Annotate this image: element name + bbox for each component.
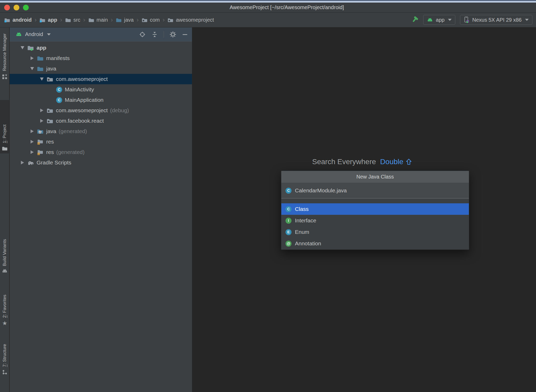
breadcrumb-item-android[interactable]: android [4, 17, 32, 23]
zoom-window-button[interactable] [23, 5, 29, 10]
tool-window-tab-build-variants[interactable]: Build Variants [0, 223, 9, 273]
close-window-button[interactable] [4, 5, 10, 10]
device-select[interactable]: Nexus 5X API 29 x86 [460, 15, 532, 25]
tool-window-tab-resource-manager[interactable]: Resource Manager [0, 33, 9, 95]
breadcrumb-separator: › [83, 17, 85, 23]
build-hammer-icon[interactable] [411, 16, 418, 24]
tree-item-label: MainApplication [65, 97, 103, 103]
tab-label: Resource Manager [2, 33, 7, 71]
chevron-collapsed-icon[interactable] [38, 118, 45, 124]
resource-manager-icon [2, 74, 8, 80]
tree-item-suffix: (debug) [110, 107, 129, 114]
hide-panel-icon[interactable] [182, 32, 188, 37]
star-icon: ★ [2, 320, 7, 326]
chevron-collapsed-icon[interactable] [29, 128, 36, 134]
breadcrumb-label: android [13, 17, 32, 23]
chevron-collapsed-icon[interactable] [29, 139, 36, 145]
folder-module-icon [4, 17, 10, 22]
class-icon: C [56, 97, 62, 103]
editor-area: Search Everywhere Double New Java Class … [192, 27, 536, 392]
breadcrumb-label: com [150, 17, 160, 23]
folder-package-icon [46, 108, 53, 113]
folder-package-icon [46, 118, 53, 124]
popup-file-name-row[interactable]: C CalendarModule.java [281, 183, 469, 199]
tree-item-gradle-scripts[interactable]: Gradle Scripts [10, 157, 192, 168]
run-configuration-label: app [436, 17, 445, 23]
folder-module-icon [39, 17, 45, 22]
run-configuration-select[interactable]: app [423, 15, 455, 25]
tree-item-manifests[interactable]: manifests [10, 53, 192, 63]
folder-package-icon [142, 17, 148, 22]
breadcrumb-separator: › [162, 17, 165, 23]
popup-item-interface[interactable]: IInterface [281, 215, 469, 226]
popup-kind-list: CClassIInterfaceEEnum@Annotation [281, 203, 469, 249]
tree-item-com-awesomeproject[interactable]: com.awesomeproject [10, 74, 192, 84]
breadcrumb-item-src[interactable]: src [65, 17, 80, 23]
tree-item-java-generated[interactable]: java(generated) [10, 126, 192, 136]
minimize-window-button[interactable] [14, 5, 19, 10]
chevron-collapsed-icon[interactable] [29, 149, 36, 155]
breadcrumb-separator: › [137, 17, 139, 23]
popup-file-name: CalendarModule.java [295, 187, 347, 194]
popup-item-label: Enum [295, 229, 309, 235]
class-icon: C [286, 206, 292, 212]
structure-icon [2, 370, 7, 375]
tool-window-tab-project[interactable]: 1: Project [0, 100, 9, 153]
popup-item-class[interactable]: CClass [281, 203, 469, 215]
tree-item-mainapplication[interactable]: CMainApplication [10, 95, 192, 105]
chevron-none [48, 97, 55, 103]
chevron-down-icon [448, 19, 452, 21]
tree-item-label: res [46, 139, 54, 145]
chevron-expanded-icon[interactable] [38, 76, 45, 82]
breadcrumb: android›app›src›main›java›com›awesomepro… [4, 13, 214, 27]
tree-item-label: com.awesomeproject [56, 107, 108, 114]
title-bar: AwesomeProject [~/src/AwesomeProject/and… [0, 3, 536, 13]
chevron-collapsed-icon[interactable] [38, 108, 45, 113]
breadcrumb-separator: › [111, 17, 113, 23]
tree-item-res-generated[interactable]: res(generated) [10, 147, 192, 157]
tree-item-com-awesomeproject-debug[interactable]: com.awesomeproject(debug) [10, 105, 192, 116]
breadcrumb-label: main [97, 17, 108, 23]
hint-shortcut: Double [380, 158, 412, 166]
breadcrumb-item-app[interactable]: app [39, 17, 57, 23]
tree-item-res[interactable]: res [10, 136, 192, 147]
chevron-none [48, 87, 55, 92]
tool-window-tab-structure[interactable]: 7: Structure [0, 333, 9, 375]
folder-res-icon [37, 149, 44, 155]
main-toolbar: android›app›src›main›java›com›awesomepro… [0, 13, 536, 27]
folder-package-icon [46, 76, 53, 82]
android-icon [15, 32, 22, 37]
breadcrumb-separator: › [34, 17, 37, 23]
tree-item-label: java [46, 66, 56, 72]
tree-item-com-facebook-react[interactable]: com.facebook.react [10, 116, 192, 126]
tree-item-label: res [46, 149, 54, 155]
search-everywhere-hint: Search Everywhere Double [312, 158, 412, 166]
popup-item-enum[interactable]: EEnum [281, 226, 469, 238]
breadcrumb-item-java[interactable]: java [116, 17, 134, 23]
popup-item-annotation[interactable]: @Annotation [281, 238, 469, 249]
chevron-collapsed-icon[interactable] [29, 55, 36, 61]
folder-teal-icon [116, 17, 122, 22]
tree-item-java[interactable]: java [10, 63, 192, 74]
desktop-strip [0, 1, 536, 3]
chevron-collapsed-icon[interactable] [19, 160, 26, 165]
interface-icon: I [286, 218, 292, 224]
gear-icon[interactable] [170, 31, 176, 38]
breadcrumb-item-awesomeproject[interactable]: awesomeproject [167, 17, 214, 23]
tree-item-app[interactable]: app [10, 43, 192, 53]
popup-section-gap [281, 199, 469, 203]
tab-label: 1: Project [2, 124, 7, 143]
breadcrumb-item-main[interactable]: main [88, 17, 108, 23]
tree-item-label: MainActivity [65, 86, 94, 93]
popup-item-label: Interface [295, 217, 316, 224]
chevron-expanded-icon[interactable] [19, 45, 26, 51]
tree-item-mainactivity[interactable]: CMainActivity [10, 84, 192, 95]
collapse-all-icon[interactable] [152, 31, 158, 38]
locate-file-icon[interactable] [139, 31, 146, 38]
tool-window-tab-favorites[interactable]: 2: Favorites ★ [0, 283, 9, 326]
tree-item-label: com.awesomeproject [56, 76, 108, 82]
folder-res-icon [37, 139, 44, 145]
breadcrumb-item-com[interactable]: com [142, 17, 160, 23]
class-icon: C [56, 87, 62, 93]
chevron-expanded-icon[interactable] [29, 66, 36, 72]
